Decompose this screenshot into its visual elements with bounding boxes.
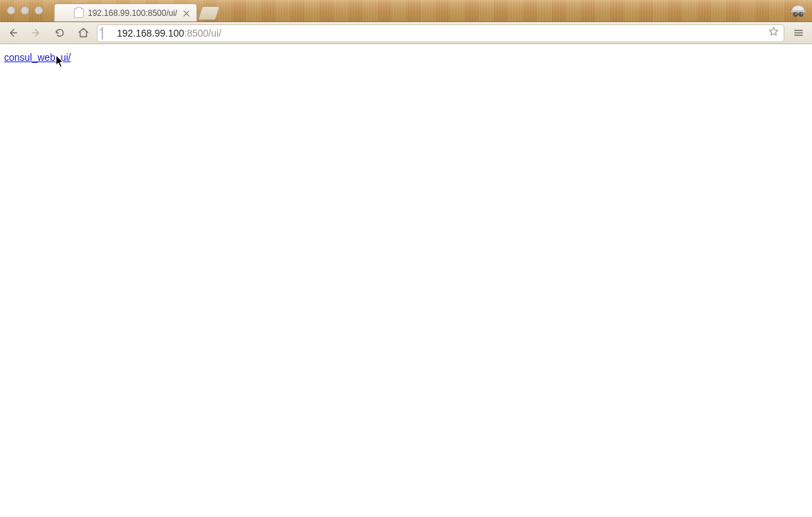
forward-button[interactable] (26, 24, 46, 42)
svg-point-2 (799, 12, 804, 17)
svg-point-4 (795, 13, 797, 15)
star-icon (768, 26, 779, 37)
chrome-menu-button[interactable] (788, 24, 808, 42)
directory-link[interactable]: consul_web_ui/ (4, 52, 71, 63)
svg-rect-0 (791, 10, 805, 12)
window-controls (7, 6, 43, 15)
svg-point-1 (793, 12, 798, 17)
window-titlebar: 192.168.99.100:8500/ui/ (0, 0, 812, 22)
new-tab-button[interactable] (198, 6, 220, 20)
back-arrow-icon (7, 27, 19, 39)
close-icon (183, 10, 190, 17)
home-icon (77, 27, 89, 39)
window-minimize-button[interactable] (21, 6, 29, 15)
hamburger-icon (793, 27, 804, 39)
back-button[interactable] (3, 24, 22, 42)
tab-close-button[interactable] (181, 8, 191, 18)
reload-icon (54, 27, 66, 39)
url-path: :8500/ui/ (184, 28, 221, 39)
address-bar[interactable]: 192.168.99.100:8500/ui/ (97, 24, 784, 42)
tab-active[interactable]: 192.168.99.100:8500/ui/ (54, 3, 197, 21)
forward-arrow-icon (30, 27, 42, 39)
incognito-icon (789, 2, 807, 20)
url-text[interactable]: 192.168.99.100:8500/ui/ (117, 28, 764, 39)
reload-button[interactable] (50, 24, 69, 42)
page-viewport: consul_web_ui/ (0, 44, 812, 517)
window-zoom-button[interactable] (35, 6, 43, 15)
incognito-indicator (788, 1, 808, 21)
bookmark-button[interactable] (768, 26, 779, 40)
page-icon (74, 8, 84, 18)
url-host: 192.168.99.100 (117, 28, 184, 39)
home-button[interactable] (73, 24, 93, 42)
svg-rect-3 (797, 14, 799, 15)
tab-title: 192.168.99.100:8500/ui/ (88, 8, 177, 18)
browser-toolbar: 192.168.99.100:8500/ui/ (0, 22, 812, 44)
svg-point-5 (801, 13, 802, 15)
tab-strip: 192.168.99.100:8500/ui/ (54, 0, 218, 21)
site-identity[interactable] (102, 28, 113, 39)
page-icon (102, 27, 103, 40)
window-close-button[interactable] (7, 6, 15, 15)
